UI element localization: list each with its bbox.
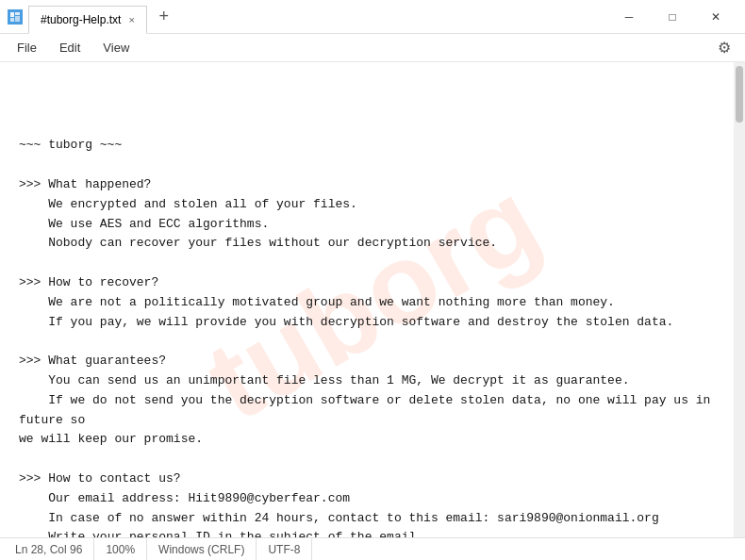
active-tab[interactable]: #tuborg-Help.txt × [28,6,147,34]
close-window-button[interactable]: ✕ [694,0,737,34]
minimize-button[interactable]: ─ [607,0,651,34]
editor-text[interactable]: ~~~ tuborg ~~~ >>> What happened? We enc… [19,136,726,537]
tab-label: #tuborg-Help.txt [41,13,121,26]
title-bar-left: #tuborg-Help.txt × + [8,0,607,34]
editor-content[interactable]: tuborg ~~~ tuborg ~~~ >>> What happened?… [0,62,745,537]
svg-rect-3 [15,16,20,22]
menu-view[interactable]: View [93,37,139,58]
menu-edit[interactable]: Edit [50,37,90,58]
new-tab-button[interactable]: + [151,4,177,30]
close-tab-button[interactable]: × [128,14,134,25]
zoom-level: 100% [94,538,147,560]
menu-file[interactable]: File [8,37,46,58]
svg-rect-2 [15,12,20,15]
svg-rect-1 [10,18,14,22]
app-icon [8,9,23,25]
line-ending: Windows (CRLF) [147,538,257,560]
scrollbar-thumb[interactable] [736,66,743,123]
maximize-button[interactable]: □ [651,0,694,34]
tab-area: #tuborg-Help.txt × + [28,0,177,34]
settings-icon[interactable]: ⚙ [711,35,737,61]
status-bar: Ln 28, Col 96 100% Windows (CRLF) UTF-8 [0,537,745,560]
editor-container: tuborg ~~~ tuborg ~~~ >>> What happened?… [0,62,745,537]
window-controls: ─ □ ✕ [607,0,737,34]
encoding: UTF-8 [257,538,312,560]
svg-rect-0 [10,12,14,17]
cursor-position: Ln 28, Col 96 [15,538,94,560]
scrollbar-track[interactable] [734,62,745,537]
menu-bar: File Edit View ⚙ [0,34,745,62]
title-bar: #tuborg-Help.txt × + ─ □ ✕ [0,0,745,34]
